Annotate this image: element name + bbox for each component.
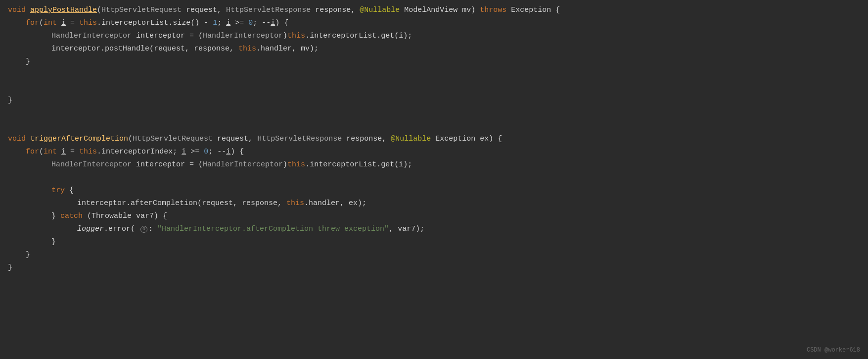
- plain: {: [279, 17, 288, 29]
- plain: request,: [182, 4, 226, 16]
- plain: , var7);: [389, 223, 424, 235]
- plain: ModelAndView mv): [400, 4, 480, 16]
- paren: ): [230, 146, 235, 158]
- type-handler4: HandlerInterceptor: [203, 159, 283, 171]
- plain: ;: [217, 17, 226, 29]
- code-line-3: HandlerInterceptor interceptor = (Handle…: [0, 30, 868, 43]
- code-line-19: }: [0, 236, 868, 249]
- type-handler3: HandlerInterceptor: [51, 159, 132, 171]
- code-line-7: [0, 81, 868, 94]
- type-handler: HandlerInterceptor: [51, 30, 132, 42]
- code-line-2: for(int i = this.interceptorList.size() …: [0, 17, 868, 30]
- kw-throws: throws: [480, 4, 506, 16]
- plain: .interceptorIndex;: [97, 146, 182, 158]
- plain: }: [51, 210, 60, 222]
- type-httpres: HttpServletResponse: [226, 4, 311, 16]
- var-i3: i: [271, 17, 275, 29]
- var-i: i: [61, 17, 66, 29]
- annotation-nullable2: @Nullable: [391, 133, 431, 145]
- code-line-10: [0, 120, 868, 133]
- plain: .error(: [104, 223, 139, 235]
- plain: response,: [311, 4, 360, 16]
- code-container: void applyPostHandle(HttpServletRequest …: [0, 0, 868, 359]
- kw-this: this: [79, 17, 97, 29]
- code-line-17: } catch (Throwable var7) {: [0, 210, 868, 223]
- plain: interceptor.afterCompletion(request, res…: [77, 198, 286, 209]
- kw-void2: void: [8, 133, 30, 145]
- kw-this5: this: [287, 159, 305, 171]
- plain: Exception ex) {: [431, 133, 502, 145]
- plain: .interceptorList.get(i);: [305, 159, 412, 171]
- code-line-15: try {: [0, 184, 868, 197]
- kw-for2: for: [26, 146, 39, 158]
- code-line-4: interceptor.postHandle(request, response…: [0, 43, 868, 55]
- plain: :: [148, 223, 157, 235]
- paren: (: [39, 17, 44, 29]
- code-line-9: [0, 107, 868, 120]
- paren: (: [128, 133, 133, 145]
- code-line-1: void applyPostHandle(HttpServletRequest …: [0, 4, 868, 17]
- brace: }: [8, 95, 12, 106]
- type-handler2: HandlerInterceptor: [203, 30, 283, 42]
- plain: >=: [230, 17, 248, 29]
- plain: [57, 17, 61, 29]
- paren: (: [97, 4, 101, 16]
- var-i2: i: [226, 17, 230, 29]
- type-httpreq2: HttpServletRequest: [133, 133, 213, 145]
- code-line-13: HandlerInterceptor interceptor = (Handle…: [0, 158, 868, 171]
- annotation-nullable: @Nullable: [360, 4, 400, 16]
- plain: }: [51, 236, 56, 248]
- num-0b: 0: [204, 146, 208, 158]
- plain: Exception {: [506, 4, 560, 16]
- code-line-6: [0, 68, 868, 81]
- kw-this4: this: [79, 146, 97, 158]
- paren: ): [275, 17, 279, 29]
- plain: ): [283, 30, 287, 42]
- watermark: CSDN @worker618: [807, 346, 860, 355]
- kw-this3: this: [238, 43, 256, 55]
- plain: .interceptorList.get(i);: [305, 30, 412, 42]
- kw-catch: catch: [60, 210, 83, 222]
- plain: (Throwable var7) {: [83, 210, 167, 222]
- logger-ref: logger: [77, 223, 104, 235]
- code-line-12: for(int i = this.interceptorIndex; i >= …: [0, 146, 868, 158]
- plain: ): [283, 159, 287, 171]
- plain: ; --: [253, 17, 271, 29]
- fn-applyPostHandle: applyPostHandle: [30, 4, 97, 16]
- code-line-16: interceptor.afterCompletion(request, res…: [0, 197, 868, 210]
- var-i4: i: [61, 146, 66, 158]
- kw-try: try: [51, 185, 65, 197]
- plain: .handler, ex);: [304, 198, 366, 209]
- fn-triggerAfterCompletion: triggerAfterCompletion: [30, 133, 128, 145]
- code-line-18: logger.error( o: "HandlerInterceptor.aft…: [0, 223, 868, 236]
- paren: (: [39, 146, 44, 158]
- plain: [57, 146, 61, 158]
- plain: response,: [342, 133, 391, 145]
- plain: interceptor = (: [132, 159, 203, 171]
- plain: interceptor.postHandle(request, response…: [51, 43, 238, 55]
- circle-o-icon: o: [140, 226, 147, 233]
- kw-int2: int: [44, 146, 57, 158]
- plain: }: [8, 262, 12, 274]
- kw-this6: this: [286, 198, 304, 209]
- string-error-msg: "HandlerInterceptor.afterCompletion thre…: [157, 223, 389, 235]
- plain: .handler, mv);: [256, 43, 319, 55]
- plain: =: [66, 17, 79, 29]
- var-i6: i: [226, 146, 230, 158]
- plain: }: [26, 249, 30, 261]
- code-line-21: }: [0, 261, 868, 274]
- plain: interceptor = (: [132, 30, 203, 42]
- brace: }: [26, 56, 30, 68]
- code-line-5: }: [0, 55, 868, 68]
- num-1: 1: [213, 17, 217, 29]
- code-line-20: }: [0, 249, 868, 261]
- plain: {: [235, 146, 244, 158]
- code-line-14: [0, 171, 868, 184]
- kw-this2: this: [287, 30, 305, 42]
- plain: {: [65, 185, 74, 197]
- kw-int: int: [44, 17, 57, 29]
- code-line-8: }: [0, 94, 868, 107]
- plain: >=: [186, 146, 204, 158]
- code-line-11: void triggerAfterCompletion(HttpServletR…: [0, 133, 868, 146]
- plain: .interceptorList.size() -: [97, 17, 213, 29]
